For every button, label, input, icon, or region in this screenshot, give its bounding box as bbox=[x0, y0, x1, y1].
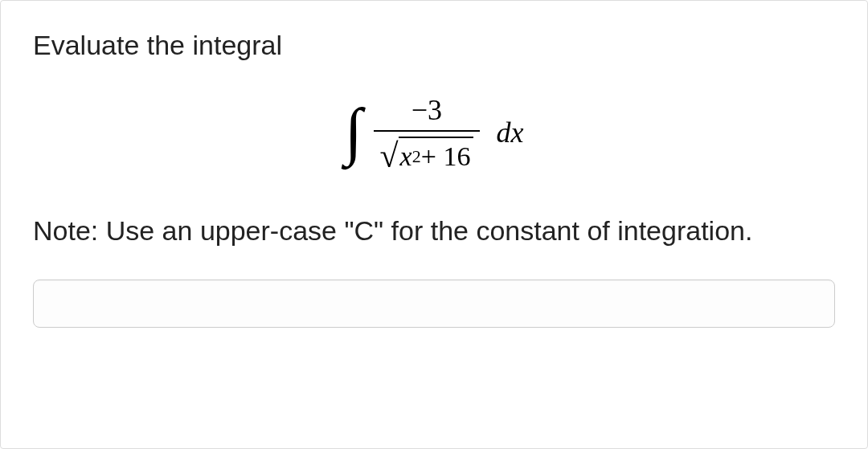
sqrt-content: x2 + 16 bbox=[399, 137, 474, 172]
integral-sign-icon: ∫ bbox=[345, 99, 362, 163]
exponent: 2 bbox=[412, 146, 421, 167]
prompt-text: Evaluate the integral bbox=[33, 30, 835, 61]
differential: dx bbox=[496, 116, 523, 149]
note-text: Note: Use an upper-case "C" for the cons… bbox=[33, 212, 835, 251]
denominator: √ x2 + 16 bbox=[374, 132, 481, 172]
numerator: −3 bbox=[405, 93, 448, 130]
sqrt-sign-icon: √ bbox=[380, 139, 399, 174]
integral-expression: ∫ −3 √ x2 + 16 dx bbox=[33, 93, 835, 172]
question-card: Evaluate the integral ∫ −3 √ x2 + 16 dx … bbox=[0, 0, 868, 449]
answer-input[interactable] bbox=[33, 280, 835, 328]
variable-x: x bbox=[400, 141, 412, 172]
fraction: −3 √ x2 + 16 bbox=[374, 93, 481, 172]
plus-sixteen: + 16 bbox=[421, 141, 471, 172]
